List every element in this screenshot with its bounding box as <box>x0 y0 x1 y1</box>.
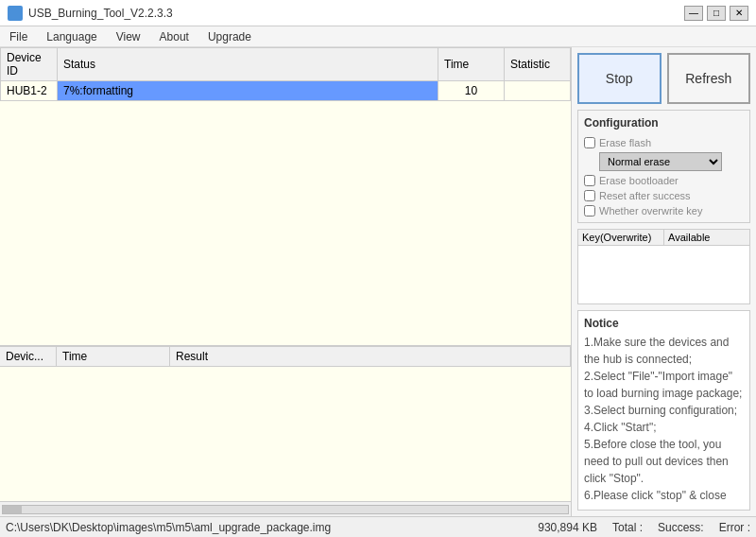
notice-title: Notice <box>584 317 744 330</box>
refresh-button[interactable]: Refresh <box>667 53 751 104</box>
left-panel: Device ID Status Time Statistic HUB1-2 7… <box>0 47 572 516</box>
configuration-section: Configuration Erase flash Normal erase F… <box>577 110 750 223</box>
maximize-button[interactable]: □ <box>707 6 726 21</box>
key-table-section: Key(Overwrite) Available <box>577 229 750 304</box>
key-table-body <box>578 246 749 303</box>
table-row[interactable]: HUB1-2 7%:formatting 10 <box>1 81 571 101</box>
key-col-key: Key(Overwrite) <box>578 230 664 245</box>
cell-statistic <box>505 81 571 101</box>
cell-deviceid: HUB1-2 <box>1 81 58 101</box>
table-empty-area <box>0 101 571 319</box>
col-header-status: Status <box>58 48 438 81</box>
scrollbar-track[interactable] <box>2 505 569 514</box>
right-panel: Stop Refresh Configuration Erase flash N… <box>572 47 756 516</box>
erase-flash-label: Erase flash <box>599 137 651 148</box>
config-erase-flash-row: Erase flash <box>584 137 744 148</box>
config-title: Configuration <box>584 116 744 130</box>
log-table-header: Devic... Time Result <box>0 347 571 367</box>
log-panel: Devic... Time Result <box>0 346 571 516</box>
erase-flash-checkbox[interactable] <box>584 137 595 148</box>
menu-upgrade[interactable]: Upgrade <box>202 29 257 44</box>
erase-bootloader-label: Erase bootloader <box>599 175 679 186</box>
stop-button[interactable]: Stop <box>577 53 662 104</box>
total-label: Total : <box>612 521 643 534</box>
erase-type-dropdown[interactable]: Normal erase Force erase <box>599 152 722 171</box>
menu-file[interactable]: File <box>4 29 33 44</box>
menu-language[interactable]: Language <box>41 29 102 44</box>
action-buttons: Stop Refresh <box>577 53 750 104</box>
app-icon <box>8 6 23 21</box>
menu-bar: File Language View About Upgrade <box>0 26 756 47</box>
window-controls: — □ ✕ <box>684 6 748 21</box>
device-table: Device ID Status Time Statistic HUB1-2 7… <box>0 47 571 101</box>
key-table-header: Key(Overwrite) Available <box>578 230 749 246</box>
menu-about[interactable]: About <box>154 29 195 44</box>
horizontal-scrollbar[interactable] <box>0 501 571 516</box>
notice-content: 1.Make sure the devices and the hub is c… <box>584 334 744 504</box>
reset-after-success-checkbox[interactable] <box>584 190 595 201</box>
reset-after-success-label: Reset after success <box>599 190 691 201</box>
device-table-container: Device ID Status Time Statistic HUB1-2 7… <box>0 47 571 346</box>
cell-time: 10 <box>438 81 505 101</box>
main-content: Device ID Status Time Statistic HUB1-2 7… <box>0 47 756 516</box>
key-col-available: Available <box>664 230 749 245</box>
file-path: C:\Users\DK\Desktop\images\m5\m5\aml_upg… <box>6 521 523 534</box>
cell-status: 7%:formatting <box>58 81 438 101</box>
status-bar: C:\Users\DK\Desktop\images\m5\m5\aml_upg… <box>0 516 756 537</box>
success-label: Success: <box>658 521 704 534</box>
config-reset-after-success-row: Reset after success <box>584 190 744 201</box>
log-table-body <box>0 367 571 501</box>
title-bar: USB_Burning_Tool_V2.2.3.3 — □ ✕ <box>0 0 756 26</box>
log-col-time: Time <box>57 347 170 366</box>
config-whether-overwrite-row: Whether overwrite key <box>584 205 744 217</box>
table-header-row: Device ID Status Time Statistic <box>1 48 571 81</box>
whether-overwrite-label: Whether overwrite key <box>599 205 702 217</box>
config-dropdown-row: Normal erase Force erase <box>584 152 744 171</box>
log-col-device: Devic... <box>0 347 57 366</box>
app-title: USB_Burning_Tool_V2.2.3.3 <box>28 7 173 20</box>
menu-view[interactable]: View <box>111 29 146 44</box>
erase-bootloader-checkbox[interactable] <box>584 175 595 186</box>
config-erase-bootloader-row: Erase bootloader <box>584 175 744 186</box>
log-col-result: Result <box>170 347 571 366</box>
minimize-button[interactable]: — <box>684 6 703 21</box>
whether-overwrite-checkbox[interactable] <box>584 205 595 217</box>
notice-section: Notice 1.Make sure the devices and the h… <box>577 310 750 511</box>
error-label: Error : <box>719 521 750 534</box>
close-button[interactable]: ✕ <box>730 6 748 21</box>
scrollbar-thumb[interactable] <box>3 506 22 513</box>
file-size: 930,894 KB <box>538 521 597 534</box>
col-header-deviceid: Device ID <box>1 48 58 81</box>
col-header-statistic: Statistic <box>505 48 571 81</box>
col-header-time: Time <box>438 48 505 81</box>
